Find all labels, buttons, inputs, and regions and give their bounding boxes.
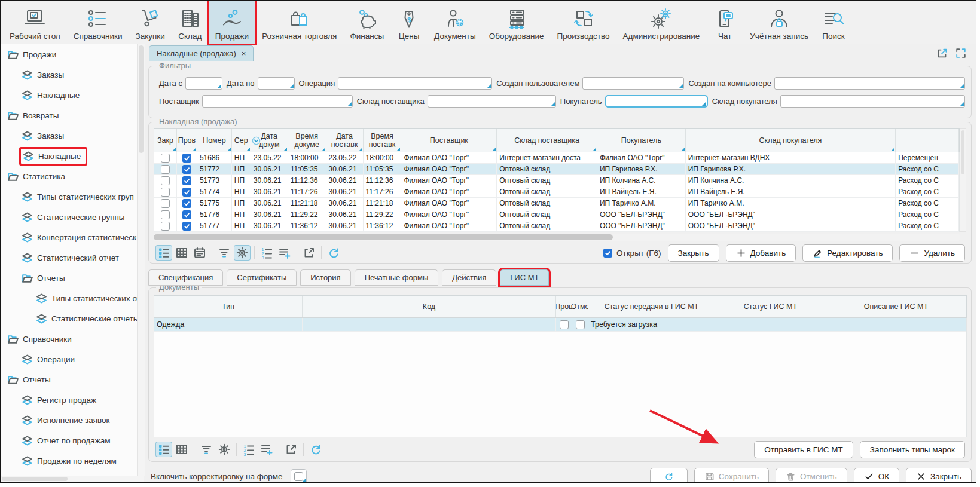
nav-item-sales[interactable]: Продажи (209, 1, 255, 44)
gear-icon[interactable] (234, 245, 251, 261)
refresh-button[interactable] (650, 468, 688, 483)
list-view-icon[interactable] (155, 245, 172, 261)
save-button[interactable]: Сохранить (694, 468, 769, 483)
scrollbar-thumb[interactable] (961, 130, 964, 174)
column-header[interactable]: Статус передачи в ГИС МТ (588, 296, 715, 317)
proved-checkbox[interactable] (182, 199, 191, 208)
tree-item-leaf[interactable]: Операции (1, 349, 137, 369)
list-view-icon[interactable] (155, 442, 172, 457)
send-to-gis-mt-button[interactable]: Отправить в ГИС МТ (754, 441, 853, 458)
tree-item-folder[interactable]: Справочники (1, 329, 137, 349)
tab-history[interactable]: История (300, 269, 350, 286)
tree-item-leaf[interactable]: Регистр продаж (1, 390, 137, 410)
edit-invoice-button[interactable]: Редактировать (802, 244, 893, 262)
nav-item-documents[interactable]: Документы (428, 1, 483, 44)
column-header[interactable]: Покупатель (597, 129, 686, 152)
column-header[interactable]: Склад поставщика (497, 129, 597, 152)
column-header[interactable]: Описание ГИС МТ (826, 296, 966, 317)
tree-item-folder[interactable]: Продажи (1, 44, 137, 65)
tab-actions[interactable]: Действия (442, 269, 496, 286)
refresh-icon[interactable] (307, 442, 324, 457)
table-row[interactable]: 51772НП30.06.2111:05:3530.06.2111:05:35Ф… (154, 164, 959, 175)
table-row[interactable]: 51773НП30.06.2111:12:3630.06.2111:12:36Ф… (154, 175, 959, 186)
filter-icon[interactable] (216, 245, 233, 261)
column-header[interactable]: Время докуме (288, 129, 326, 152)
tree-item-leaf[interactable]: Заказы (1, 65, 137, 85)
tree-item-folder[interactable]: Возвраты (1, 105, 137, 125)
add-invoice-button[interactable]: Добавить (726, 244, 796, 262)
proved-checkbox[interactable] (182, 165, 191, 174)
tab-gis-mt[interactable]: ГИС МТ (500, 269, 549, 286)
refresh-icon[interactable] (325, 245, 342, 261)
tree-item-leaf[interactable]: Накладные (1, 85, 137, 105)
operation-input[interactable] (338, 77, 492, 90)
proved-checkbox[interactable] (182, 210, 191, 219)
closed-checkbox[interactable] (161, 222, 170, 231)
column-header[interactable]: Время поставк (364, 129, 402, 152)
tree-item-leaf[interactable]: Отчет по продажам (1, 430, 137, 451)
column-header[interactable]: Статус ГИС МТ (715, 296, 826, 317)
cancelled-checkbox[interactable] (576, 320, 585, 329)
open-external-icon[interactable] (283, 442, 300, 457)
numbered-list-icon[interactable]: 123 (258, 245, 275, 261)
tab-print-forms[interactable]: Печатные формы (355, 269, 439, 286)
grid-icon[interactable] (173, 442, 190, 457)
nav-item-finance[interactable]: Финансы (343, 1, 390, 44)
nav-item-prices[interactable]: $Цены (390, 1, 428, 44)
column-header[interactable]: Номер (197, 129, 232, 152)
buyer-warehouse-input[interactable] (780, 95, 965, 108)
column-header[interactable]: Пров (556, 296, 572, 317)
column-header[interactable]: Пров (177, 129, 197, 152)
calendar-icon[interactable] (191, 245, 208, 261)
column-header[interactable]: Поставщик (401, 129, 497, 152)
tree-item-folder[interactable]: Статистика (1, 166, 137, 186)
tab-certificates[interactable]: Сертификаты (227, 269, 297, 286)
tree-item-folder[interactable]: Отчеты (1, 369, 137, 390)
filter-icon[interactable] (198, 442, 215, 457)
date-to-input[interactable] (258, 77, 295, 90)
nav-item-production[interactable]: Производство (551, 1, 616, 44)
tree-item-leaf[interactable]: Конвертация статистическ (1, 227, 137, 247)
scrollbar-thumb[interactable] (139, 45, 144, 153)
closed-checkbox[interactable] (161, 188, 170, 197)
correction-checkbox[interactable] (291, 469, 307, 483)
closed-checkbox[interactable] (161, 210, 170, 219)
proved-checkbox[interactable] (182, 222, 191, 231)
column-header[interactable]: Сер (232, 129, 251, 152)
table-row[interactable]: 51777НП30.06.2111:36:1230.06.2111:36:12Ф… (154, 220, 959, 232)
supplier-warehouse-input[interactable] (428, 95, 556, 108)
nav-item-directories[interactable]: Справочники (67, 1, 129, 44)
nav-item-equipment[interactable]: Оборудование (483, 1, 551, 44)
sidebar-vertical-scrollbar[interactable] (137, 44, 145, 476)
table-row[interactable]: ОдеждаТребуется загрузка (154, 318, 966, 332)
fullscreen-icon[interactable] (955, 47, 967, 59)
sidebar-horizontal-scrollbar[interactable] (1, 476, 144, 482)
buyer-input[interactable] (605, 95, 708, 108)
gear-icon[interactable] (216, 442, 233, 457)
closed-checkbox[interactable] (161, 176, 170, 185)
close-invoice-button[interactable]: Закрыть (668, 244, 719, 262)
nav-item-desktop[interactable]: Рабочий стол (3, 1, 67, 44)
created-by-user-input[interactable] (582, 77, 684, 90)
tree-item-leaf[interactable]: Статистические группы (1, 207, 137, 227)
numbered-list-icon[interactable]: 123 (240, 442, 257, 457)
fill-mark-types-button[interactable]: Заполнить типы марок (860, 441, 965, 458)
tree-item-leaf[interactable]: Продажи по неделям (1, 451, 137, 471)
tree-item-leaf[interactable]: Статистический отчет (1, 247, 137, 268)
nav-item-retail[interactable]: Розничная торговля (255, 1, 343, 44)
table-row[interactable]: 51776НП30.06.2111:29:2230.06.2111:29:22Ф… (154, 209, 959, 220)
invoices-horizontal-scrollbar[interactable] (154, 234, 960, 241)
closed-checkbox[interactable] (161, 154, 170, 163)
closed-checkbox[interactable] (161, 165, 170, 174)
cancel-button[interactable]: Отменить (776, 468, 847, 483)
supplier-input[interactable] (202, 95, 353, 108)
nav-item-administration[interactable]: Администрирование (616, 1, 707, 44)
grid-icon[interactable] (173, 245, 190, 261)
column-header[interactable]: Дата докум (251, 129, 288, 152)
open-external-icon[interactable] (301, 245, 317, 261)
proved-checkbox[interactable] (560, 320, 569, 329)
table-row[interactable]: 51775НП30.06.2111:21:1830.06.2111:21:18Ф… (154, 198, 959, 209)
scrollbar-thumb[interactable] (154, 234, 613, 240)
tree-item-leaf[interactable]: Статистические отчеты (1, 308, 137, 329)
tab-specification[interactable]: Спецификация (148, 269, 223, 286)
